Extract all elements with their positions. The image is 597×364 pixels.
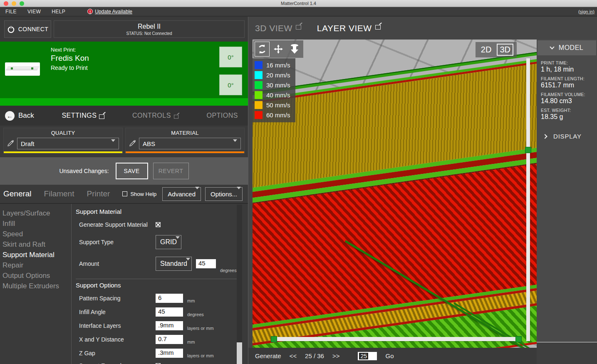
show-help-checkbox[interactable] — [122, 191, 127, 196]
tab-general[interactable]: General — [3, 189, 32, 198]
show-help-label: Show Help — [130, 191, 156, 197]
menu-view[interactable]: VIEW — [22, 9, 46, 15]
tab-settings[interactable]: SETTINGS — [62, 112, 104, 119]
drop-to-bed-tool-button[interactable] — [287, 42, 302, 57]
printer-name: Rebel II — [138, 23, 161, 30]
support-type-select[interactable]: GRID — [156, 235, 181, 249]
est-weight-value: 18.35 g — [541, 113, 595, 121]
update-available-label: Update Available — [95, 9, 132, 15]
edit-pencil-icon[interactable] — [7, 140, 14, 147]
advanced-label: Advanced — [168, 191, 196, 198]
generate-button[interactable]: Generate — [255, 352, 281, 359]
quality-select[interactable]: Draft — [17, 138, 119, 149]
generate-support-checkbox[interactable] — [156, 222, 161, 227]
tab-filament[interactable]: Filament — [44, 189, 74, 198]
menu-help[interactable]: HELP — [46, 9, 71, 15]
print-thumbnail[interactable] — [5, 62, 40, 76]
show-help-toggle[interactable]: Show Help — [122, 191, 156, 197]
measure-handle[interactable] — [525, 147, 531, 153]
power-icon — [7, 25, 15, 33]
tab-printer[interactable]: Printer — [87, 189, 110, 198]
edit-pencil-icon[interactable] — [129, 140, 136, 147]
tab-layer-view[interactable]: LAYER VIEW — [317, 23, 381, 33]
back-button[interactable]: ← Back — [5, 111, 34, 121]
settings-scrollbar[interactable] — [237, 205, 242, 364]
chevron-down-icon — [237, 187, 241, 189]
part-dot — [11, 67, 13, 69]
tab-controls[interactable]: CONTROLS — [132, 112, 179, 119]
material-select[interactable]: ABS — [139, 138, 241, 149]
rotate-tool-button[interactable] — [255, 42, 270, 57]
revert-button[interactable]: REVERT — [153, 163, 189, 179]
vertical-measure-bar[interactable] — [526, 58, 530, 341]
amount-value: Standard — [160, 260, 187, 267]
settings-tab-row: General Filament Printer Show Help Advan… — [0, 185, 248, 204]
sidenav-infill[interactable]: Infill — [2, 218, 71, 229]
sign-in-link[interactable]: (sign in) — [578, 9, 595, 14]
measure-handle[interactable] — [271, 336, 277, 342]
section-navbar: ← Back SETTINGS CONTROLS OPTIONS — [0, 106, 248, 126]
legend-swatch — [255, 71, 263, 79]
menubar: FILE VIEW HELP ! Update Available (sign … — [0, 7, 597, 17]
quality-card: QUALITY Draft — [3, 128, 123, 154]
filament-length-label: FILAMENT LENGTH: — [541, 76, 595, 81]
printer-selector[interactable]: Rebel II STATUS: Not Connected — [54, 20, 245, 38]
pattern-spacing-input[interactable]: 6 — [156, 294, 183, 303]
display-section-header[interactable]: DISPLAY — [537, 133, 597, 140]
model-section-header[interactable]: MODEL — [538, 40, 596, 55]
3d-button[interactable]: 3D — [497, 44, 513, 56]
sidenav-speed[interactable]: Speed — [2, 229, 71, 239]
infill-angle-label: Infill Angle — [76, 309, 156, 315]
connect-button[interactable]: CONNECT — [4, 20, 51, 38]
unit-label: degrees — [187, 312, 204, 317]
menu-file[interactable]: FILE — [0, 9, 22, 15]
options-dropdown[interactable]: Options... — [205, 187, 243, 201]
save-button[interactable]: SAVE — [116, 163, 148, 179]
legend-label: 50 mm/s — [266, 102, 290, 109]
bed-temp[interactable]: 0° — [219, 74, 242, 95]
prev-layer-button[interactable]: << — [290, 352, 297, 359]
settings-label: SETTINGS — [62, 112, 97, 119]
save-bar: Unsaved Changes: SAVE REVERT — [0, 157, 248, 185]
sidenav-multiple-extruders[interactable]: Multiple Extruders — [2, 281, 71, 291]
measure-handle[interactable] — [515, 336, 522, 342]
xy-distance-input[interactable]: 0.7 — [156, 335, 183, 344]
layer-input-value: 25 — [359, 353, 368, 359]
extruder-temp[interactable]: 0° — [219, 47, 242, 67]
amount-select[interactable]: Standard — [156, 257, 192, 271]
settings-side-nav: Layers/Surface Infill Speed Skirt and Ra… — [0, 204, 72, 364]
sidenav-support-material[interactable]: Support Material — [2, 250, 71, 260]
scrollbar-thumb[interactable] — [237, 342, 242, 364]
sidenav-output-options[interactable]: Output Options — [2, 270, 71, 281]
legend-swatch — [255, 101, 263, 109]
go-button[interactable]: Go — [385, 352, 394, 359]
2d-button[interactable]: 2D — [479, 45, 494, 55]
dimension-toggle: 2D 3D — [476, 42, 517, 57]
quality-title: QUALITY — [4, 128, 122, 136]
unit-label: layers or mm — [187, 326, 214, 331]
legend-swatch — [255, 91, 263, 99]
next-print-label: Next Print: — [51, 47, 89, 53]
interface-layers-input[interactable]: .9mm — [156, 321, 183, 330]
chevron-down-icon — [176, 236, 180, 239]
advanced-dropdown[interactable]: Advanced — [162, 187, 201, 201]
layer-number-input[interactable]: 25 — [358, 352, 377, 360]
update-available-link[interactable]: ! Update Available — [87, 9, 132, 15]
support-type-label: Support Type — [76, 239, 156, 245]
est-weight-label: EST. WEIGHT: — [541, 108, 595, 113]
amount-degrees-input[interactable]: 45 — [196, 259, 216, 268]
quality-color-bar — [4, 151, 122, 153]
rotate-icon — [257, 44, 268, 54]
progress-strip — [0, 98, 248, 106]
infill-angle-input[interactable]: 45 — [156, 307, 183, 317]
tab-options[interactable]: OPTIONS — [206, 112, 238, 119]
next-layer-button[interactable]: >> — [332, 352, 340, 359]
sidenav-layers-surface[interactable]: Layers/Surface — [2, 208, 71, 218]
move-tool-button[interactable] — [271, 42, 286, 57]
layer-view-viewport[interactable]: 16 mm/s 20 mm/s 30 mm/s 40 mm/s 50 mm/s … — [253, 40, 537, 348]
tab-3d-view[interactable]: 3D VIEW — [255, 23, 301, 33]
sidenav-skirt-raft[interactable]: Skirt and Raft — [2, 239, 71, 250]
horizontal-measure-bar[interactable] — [272, 337, 520, 341]
sidenav-repair[interactable]: Repair — [2, 260, 71, 270]
z-gap-input[interactable]: .3mm — [156, 349, 183, 358]
